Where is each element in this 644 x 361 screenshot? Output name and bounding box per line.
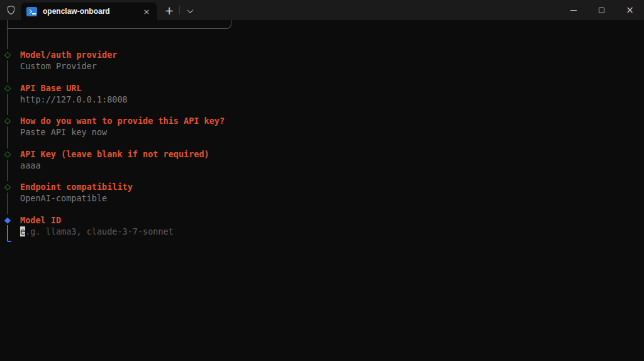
close-button[interactable]: × [616, 0, 644, 20]
prompt-value: http://127.0.0.1:8008 [20, 94, 128, 105]
previous-box-bottom-border [7, 20, 231, 29]
prompt-label: API Key (leave blank if not required) [20, 148, 209, 160]
minimize-button[interactable] [559, 0, 587, 20]
window-controls: × [559, 0, 644, 20]
model-id-input[interactable]: e.g. llama3, claude-3-7-sonnet [20, 226, 174, 237]
tabbar-separator [179, 6, 180, 14]
prompt-value: aaaa [20, 160, 41, 171]
shield-outline-icon [5, 4, 16, 16]
done-diamond-icon: ◇ [3, 148, 13, 160]
close-icon: × [626, 6, 634, 15]
powershell-icon [26, 7, 37, 16]
done-diamond-icon: ◇ [3, 82, 13, 94]
prompt-label: API Base URL [20, 82, 82, 94]
new-tab-button[interactable]: + [161, 3, 177, 18]
tab-title: openclaw-onboard [43, 7, 140, 16]
active-prompt-bar [7, 225, 11, 242]
done-diamond-icon: ◇ [3, 181, 13, 192]
done-diamond-icon: ◇ [3, 49, 13, 60]
text-cursor: e [20, 226, 25, 236]
tab-dropdown-button[interactable] [182, 3, 197, 18]
tab-close-icon[interactable]: × [140, 4, 153, 18]
prompt-value: Custom Provider [20, 60, 97, 72]
prompt-label: Model ID [20, 214, 61, 226]
prompt-label: Model/auth provider [20, 49, 117, 60]
done-diamond-icon: ◇ [3, 115, 13, 126]
chevron-down-icon [187, 7, 193, 13]
prompt-value: OpenAI-compatible [20, 192, 107, 204]
maximize-icon [599, 8, 604, 13]
titlebar: openclaw-onboard × + × [0, 0, 644, 20]
prompt-value: Paste API key now [20, 126, 107, 138]
prompt-label: How do you want to provide this API key? [20, 115, 225, 126]
terminal-window: openclaw-onboard × + × ◇ Model/auth prov… [0, 0, 644, 361]
terminal-content[interactable]: ◇ Model/auth provider Custom Provider ◇ … [0, 20, 644, 361]
input-placeholder: .g. llama3, claude-3-7-sonnet [25, 226, 174, 236]
maximize-button[interactable] [587, 0, 616, 20]
minimize-icon [570, 10, 577, 11]
tab-openclaw-onboard[interactable]: openclaw-onboard × [21, 3, 157, 20]
active-diamond-icon: ◆ [3, 214, 13, 226]
prompt-label: Endpoint compatibility [20, 181, 133, 192]
